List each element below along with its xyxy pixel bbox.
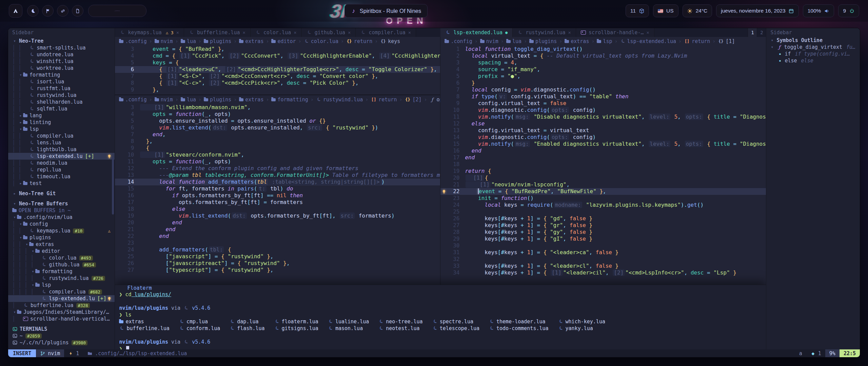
tree-item[interactable]: │ │ ☾undotree.lua [8, 51, 115, 58]
editor-color[interactable]: .config›nvim›lua›plugins›extras›editor›☾… [115, 37, 440, 95]
outline-item[interactable]: ▾ƒtoggle_diag_virtextfu… [766, 44, 860, 50]
listing-item[interactable]: ☾floaterm.lua [274, 318, 318, 325]
tree-item[interactable]: │ │ ☾sqlfmt.lua [8, 105, 115, 112]
code-area-lsp[interactable]: 1local function toggle_diag_virtext()2 l… [440, 46, 766, 276]
tree-item[interactable]: │ │ │ │ ☾lsp-extended.lu[+] [8, 295, 115, 302]
floaterm-window[interactable]: Floaterm ❯ cd lua/plugins/ nvim/lua/plug… [115, 285, 766, 349]
tree-item[interactable]: │ │ ☾lightbulb.lua [8, 146, 115, 153]
neotree-section-header[interactable]: ▾Neo-Tree Buffers [8, 200, 115, 207]
tree-item[interactable]: │ │ ☾shellharden.lua [8, 99, 115, 105]
neotree-section-header[interactable]: ▸Neo-Tree Git [8, 190, 115, 197]
tree-item[interactable]: │ │ ☾timeout.lua [8, 173, 115, 180]
tree-item[interactable]: │ │ ☾rustywind.lua [8, 92, 115, 99]
tree-item[interactable]: │ │ ☾neodim.lua [8, 160, 115, 166]
tree-item[interactable]: │ │ │ │ ☾color.lua#493 [8, 255, 115, 261]
outline-item[interactable]: ◆ifif type(config.vi… [766, 50, 860, 57]
code-area-color[interactable]: 3 event = { "BufRead" },4 cmd = { [1]"Cc… [115, 46, 440, 93]
tree-item[interactable]: │ ▾config [8, 221, 115, 227]
listing-item[interactable]: ☾which-key.lua [558, 318, 605, 325]
tree-item[interactable]: │ │ │ ▾lsp [8, 282, 115, 288]
close-icon[interactable]: × [568, 30, 571, 35]
tree-item[interactable]: ▾.config/nvim/lua [8, 214, 115, 221]
tree-item[interactable]: │ │ ☾lens.lua [8, 139, 115, 146]
listing-item[interactable]: ☾telescope.lua [432, 325, 479, 332]
cpu-graph-widget[interactable] [88, 5, 146, 17]
tree-item[interactable]: │ │ ☾keymaps.lua#10⚠ [8, 227, 115, 234]
pill-weather[interactable]: 24°C [683, 4, 712, 17]
listing-item[interactable]: ☾spectre.lua [432, 318, 479, 325]
listing-item[interactable]: ☾cmp.lua [179, 318, 220, 325]
tab-scrollbar-handle-[interactable]: scrollbar-handle-…× [576, 28, 654, 37]
tabpage-2[interactable]: 2 [757, 28, 766, 37]
close-icon[interactable]: × [408, 30, 411, 35]
listing-item[interactable]: ☾theme-loader.lua [489, 318, 549, 325]
pill-keyboard-layout[interactable]: US [653, 4, 678, 17]
tree-item[interactable]: │ │ ☾worktree.lua [8, 65, 115, 72]
neotree-section-header[interactable]: ▾Neo-Tree [8, 38, 115, 44]
outline-item[interactable]: ◆elseelse [766, 57, 860, 64]
listing-item[interactable]: extras [119, 318, 169, 325]
listing-item[interactable]: ☾dap.lua [230, 318, 264, 325]
tabpage-1[interactable]: 1 [748, 28, 757, 37]
tree-item[interactable]: │ ▾lsp [8, 126, 115, 133]
tree-item[interactable]: │ │ ☾rustfmt.lua [8, 85, 115, 92]
quick-button[interactable] [42, 5, 54, 17]
pill-volume[interactable]: 100% [803, 4, 834, 17]
pill-date[interactable]: jueves, noviembre 16, 2023 [716, 4, 798, 17]
quick-button[interactable] [27, 5, 39, 17]
tree-item[interactable]: │ │ ▾extras [8, 241, 115, 248]
tree-item[interactable]: ~/.c/n/l/plugins#3980 [8, 339, 115, 346]
close-icon[interactable]: × [176, 30, 179, 35]
listing-item[interactable]: ☾bufferline.lua [119, 325, 169, 332]
listing-item[interactable]: ☾lualine.lua [328, 318, 369, 325]
terminal-output[interactable]: ❯ cd lua/plugins/ nvim/lua/plugins via ☾… [115, 291, 766, 349]
music-widget[interactable]: ♪ Spiritbox - Rule Of Nines [344, 4, 428, 18]
tree-item[interactable]: │ │ ☾winshift.lua [8, 58, 115, 65]
tree-item[interactable]: │ │ ☾smart-splits.lua [8, 44, 115, 51]
pill-updates[interactable]: 11 [626, 4, 649, 17]
close-icon[interactable]: × [647, 30, 649, 35]
launcher-button[interactable] [9, 4, 22, 18]
tree-item[interactable]: │ ▾plugins [8, 234, 115, 241]
code-area-rustywind[interactable]: 3 [1]"williamboman/mason.nvim",4 opts = … [115, 104, 440, 273]
listing-item[interactable]: ☾neotest.lua [378, 325, 422, 332]
tree-item[interactable]: │ │ │ ▾formatting [8, 268, 115, 275]
tab-bufferline-lua[interactable]: ☾bufferline.lua× [184, 28, 251, 37]
tree-item[interactable]: │ ▸test [8, 180, 115, 187]
tree-item[interactable]: │ ☾bufferline.lua#328 [8, 302, 115, 309]
neotree-section-header[interactable]: TERMINALS [8, 326, 115, 332]
listing-item[interactable]: ☾neo-tree.lua [378, 318, 422, 325]
listing-item[interactable]: ☾mason.lua [328, 325, 369, 332]
quick-button[interactable] [72, 5, 83, 17]
listing-item[interactable]: ☾yanky.lua [558, 325, 605, 332]
listing-item[interactable]: ☾conform.lua [179, 325, 220, 332]
tree-item[interactable]: │ │ ☾isort.lua [8, 78, 115, 85]
close-icon[interactable]: × [348, 30, 351, 35]
tree-item[interactable]: │ │ ☾compiler.lua [8, 133, 115, 139]
tree-item[interactable]: │ scrollbar-handle-vertical.p… [8, 316, 115, 322]
tree-item[interactable]: │ │ │ │ ☾github.lua#654 [8, 261, 115, 268]
tab-lsp-extended-lua[interactable]: ☾lsp-extended.lua● [440, 28, 513, 37]
close-icon[interactable]: × [243, 30, 245, 35]
listing-item[interactable]: ☾gitsigns.lua [274, 325, 318, 332]
tree-item[interactable]: │ ▸lang [8, 112, 115, 119]
tree-item[interactable]: │ │ │ │ ☾rustywind.lua#726 [8, 275, 115, 282]
listing-item[interactable]: ☾flash.lua [230, 325, 264, 332]
tree-item[interactable]: │ │ │ │ ☾compiler.lua#682 [8, 288, 115, 295]
pill-session[interactable]: 9 [838, 4, 859, 17]
tab-github-lua[interactable]: ☾github.lua× [302, 28, 356, 37]
tab-keymaps-lua[interactable]: ☾keymaps.lua⚠3× [115, 28, 184, 37]
tab-color-lua[interactable]: ☾color.lua× [251, 28, 302, 37]
quick-button[interactable] [57, 5, 68, 17]
tree-item[interactable]: ~#2859 [8, 332, 115, 339]
tab-compiler-lua[interactable]: ☾compiler.lua× [356, 28, 416, 37]
listing-item[interactable]: ☾todo-comments.lua [489, 325, 549, 332]
tree-item[interactable]: │ │ ☾lsp-extended.lu[+] [8, 153, 115, 160]
scrollbar-thumb[interactable] [112, 157, 114, 215]
tree-item[interactable]: │ ▸linting [8, 119, 115, 126]
tree-item[interactable]: ▾Juegos/Indies/SteamLibrary/st… [8, 309, 115, 316]
tab-rustywind-lua[interactable]: ☾rustywind.lua× [513, 28, 576, 37]
tree-item[interactable]: OPEN BUFFERS in ~ [8, 207, 115, 214]
tree-item[interactable]: │ ▾formatting [8, 72, 115, 78]
close-icon[interactable]: × [294, 30, 296, 35]
